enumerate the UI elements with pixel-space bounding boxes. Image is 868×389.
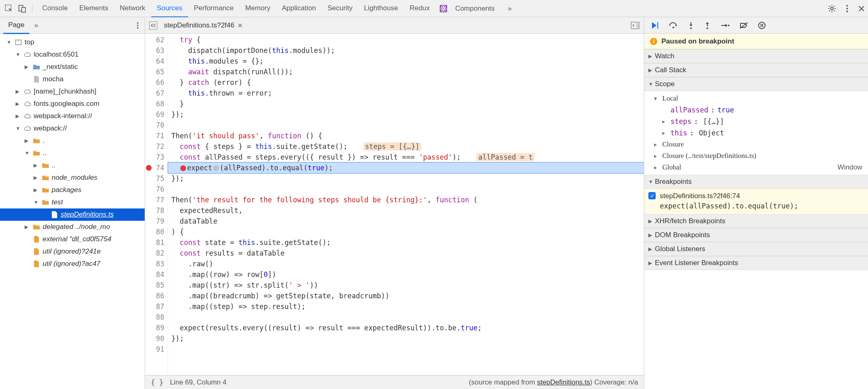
code-line[interactable]: ) { bbox=[168, 227, 644, 237]
resume-icon[interactable] bbox=[651, 21, 659, 30]
code-line[interactable]: .map((str) => str.split(' > ')) bbox=[168, 280, 644, 291]
tree-item[interactable]: stepDefinitions.ts bbox=[0, 208, 145, 221]
section-xhr[interactable]: ▶XHR/fetch Breakpoints bbox=[644, 214, 868, 228]
pretty-print-icon[interactable]: { } bbox=[151, 378, 164, 387]
tree-item[interactable]: util (ignored)?ac47 bbox=[0, 258, 145, 270]
tree-item[interactable]: ▼webpack:// bbox=[0, 122, 145, 135]
tree-item[interactable]: ▼test bbox=[0, 196, 145, 208]
tree-item[interactable]: ▶. bbox=[0, 135, 145, 147]
code-line[interactable]: this.thrown = error; bbox=[168, 88, 644, 98]
tree-item[interactable]: ▶delegated ../node_mo bbox=[0, 221, 145, 233]
tree-item[interactable]: external "dll_cd0f5754 bbox=[0, 233, 145, 245]
code-line[interactable]: dispatch(importDone(this.modules)); bbox=[168, 45, 644, 56]
section-event-listener[interactable]: ▶Event Listener Breakpoints bbox=[644, 256, 868, 270]
section-callstack[interactable]: ▶Call Stack bbox=[644, 63, 868, 77]
code-line[interactable]: }); bbox=[168, 333, 644, 344]
tree-item[interactable]: ▼localhost:6501 bbox=[0, 48, 145, 61]
breakpoint-item[interactable]: ✓stepDefinitions.ts?2f46:74expect(allPas… bbox=[644, 189, 868, 214]
code-line[interactable]: .map((breadcrumb) => getStep(state, brea… bbox=[168, 291, 644, 301]
close-tab-icon[interactable] bbox=[238, 23, 243, 28]
expander-icon[interactable]: ▼ bbox=[25, 150, 30, 156]
tree-item[interactable]: ▶webpack-internal:// bbox=[0, 110, 145, 122]
breakpoint-marker[interactable] bbox=[146, 165, 152, 171]
tab-performance[interactable]: Performance bbox=[188, 0, 239, 18]
code-line[interactable]: }); bbox=[168, 173, 644, 184]
tab-application[interactable]: Application bbox=[276, 0, 322, 18]
expander-icon[interactable]: ▶ bbox=[16, 89, 21, 94]
code-line[interactable] bbox=[168, 184, 644, 194]
tree-item[interactable]: ▶packages bbox=[0, 184, 145, 196]
settings-icon[interactable] bbox=[828, 5, 836, 13]
code-line[interactable]: } catch (error) { bbox=[168, 77, 644, 88]
code-line[interactable]: const allPassed = steps.every(({ result … bbox=[168, 152, 644, 162]
code-line[interactable]: .map((step) => step.result); bbox=[168, 301, 644, 312]
tab-security[interactable]: Security bbox=[322, 0, 358, 18]
code-line[interactable]: }); bbox=[168, 109, 644, 120]
code-line[interactable]: await dispatch(runAll()); bbox=[168, 66, 644, 77]
navigator-menu-icon[interactable] bbox=[134, 22, 141, 29]
code-line[interactable] bbox=[168, 312, 644, 323]
breakpoint-checkbox[interactable]: ✓ bbox=[648, 192, 656, 199]
tree-item[interactable]: ▶[name]_[chunkhash] bbox=[0, 85, 145, 98]
code-line[interactable]: try { bbox=[168, 34, 644, 45]
subtab-page[interactable]: Page bbox=[3, 17, 30, 34]
scope-local[interactable]: ▼Local bbox=[654, 93, 868, 104]
step-icon[interactable] bbox=[720, 22, 729, 29]
tab-sources[interactable]: Sources bbox=[151, 0, 188, 18]
expander-icon[interactable]: ▶ bbox=[25, 64, 30, 70]
tree-item[interactable]: ▶node_modules bbox=[0, 172, 145, 184]
tree-item[interactable]: ▶fonts.googleapis.com bbox=[0, 98, 145, 110]
tree-item[interactable]: mocha bbox=[0, 73, 145, 85]
tree-item[interactable]: ▼.. bbox=[0, 147, 145, 159]
subtab-overflow-icon[interactable]: » bbox=[30, 17, 43, 33]
code-line[interactable]: expect(allPassed).to.equal(true); bbox=[168, 162, 644, 173]
code-line[interactable]: const results = dataTable bbox=[168, 248, 644, 259]
expander-icon[interactable]: ▶ bbox=[34, 187, 39, 193]
expander-icon[interactable]: ▼ bbox=[34, 199, 39, 205]
expander-icon[interactable]: ▶ bbox=[25, 138, 30, 144]
tree-item[interactable]: util (ignored)?241e bbox=[0, 245, 145, 258]
step-into-icon[interactable] bbox=[688, 21, 694, 30]
tab-network[interactable]: Network bbox=[114, 0, 151, 18]
tabs-overflow-icon[interactable]: » bbox=[502, 0, 517, 17]
tab-elements[interactable]: Elements bbox=[73, 0, 114, 18]
step-out-icon[interactable] bbox=[704, 21, 711, 30]
code-line[interactable]: dataTable bbox=[168, 216, 644, 227]
code-line[interactable]: .map((row) => row[0]) bbox=[168, 269, 644, 280]
tab-components[interactable]: Components bbox=[450, 0, 500, 17]
section-global-listeners[interactable]: ▶Global Listeners bbox=[644, 242, 868, 256]
code-line[interactable]: Then('the result for the following steps… bbox=[168, 194, 644, 205]
tab-lighthouse[interactable]: Lighthouse bbox=[358, 0, 404, 18]
expander-icon[interactable]: ▼ bbox=[7, 39, 12, 45]
tree-item[interactable]: ▶.. bbox=[0, 159, 145, 172]
deactivate-breakpoints-icon[interactable] bbox=[739, 22, 748, 29]
tree-item[interactable]: ▼top bbox=[0, 36, 145, 48]
section-breakpoints[interactable]: ▼Breakpoints bbox=[644, 175, 868, 189]
expander-icon[interactable]: ▶ bbox=[34, 162, 39, 168]
open-file-icon[interactable] bbox=[149, 21, 157, 30]
inspect-element-icon[interactable] bbox=[3, 4, 15, 13]
code-area[interactable]: try { dispatch(importDone(this.modules))… bbox=[168, 34, 644, 375]
code-line[interactable]: } bbox=[168, 98, 644, 109]
scope-variable[interactable]: ▶this: Object bbox=[662, 127, 868, 139]
section-scope[interactable]: ▼Scope bbox=[644, 77, 868, 91]
close-devtools-icon[interactable] bbox=[858, 5, 865, 12]
device-toolbar-icon[interactable] bbox=[16, 4, 28, 13]
code-line[interactable]: this.modules = {}; bbox=[168, 56, 644, 66]
code-line[interactable]: const { steps } = this.suite.getState();… bbox=[168, 141, 644, 152]
tree-item[interactable]: ▶_next/static bbox=[0, 61, 145, 73]
code-line[interactable]: expect(results.every((result) => result … bbox=[168, 323, 644, 333]
tab-console[interactable]: Console bbox=[36, 0, 73, 18]
code-line[interactable] bbox=[168, 120, 644, 130]
code-editor[interactable]: 6263646566676869707172737475767778798081… bbox=[145, 34, 644, 375]
code-line[interactable]: .raw() bbox=[168, 259, 644, 269]
editor-tab[interactable]: stepDefinitions.ts?2f46 bbox=[161, 21, 245, 30]
scope-global[interactable]: ▶ Global Window bbox=[654, 162, 868, 173]
code-line[interactable]: expectedResult, bbox=[168, 205, 644, 216]
kebab-menu-icon[interactable] bbox=[846, 5, 848, 13]
section-watch[interactable]: ▶Watch bbox=[644, 49, 868, 63]
toggle-navigator-icon[interactable] bbox=[631, 22, 640, 29]
code-line[interactable]: const state = this.suite.getState(); bbox=[168, 237, 644, 248]
scope-variable[interactable]: allPassed: true bbox=[662, 104, 868, 116]
expander-icon[interactable]: ▼ bbox=[16, 52, 21, 57]
